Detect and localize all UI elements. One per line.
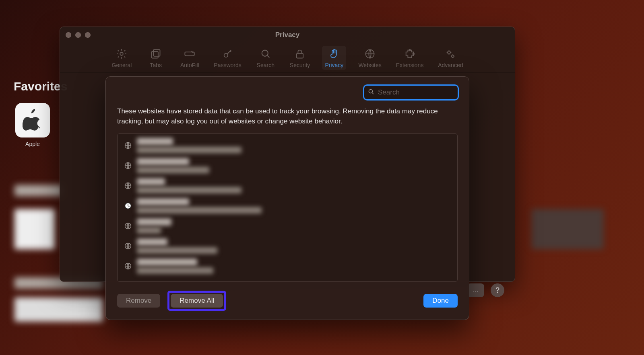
apple-logo-icon (23, 108, 43, 133)
dialog-button-row: Remove Remove All Done (117, 291, 458, 311)
svg-point-4 (224, 53, 227, 57)
lock-icon (294, 47, 305, 60)
svg-rect-1 (152, 51, 158, 58)
tab-passwords[interactable]: Passwords (211, 46, 244, 70)
svg-point-10 (448, 51, 450, 54)
svg-rect-6 (297, 53, 303, 58)
tab-label: Advanced (438, 62, 463, 68)
tab-label: Search (257, 62, 275, 68)
search-icon (260, 47, 271, 60)
list-item[interactable] (118, 135, 457, 156)
globe-icon (124, 182, 132, 190)
remove-all-highlight: Remove All (167, 291, 226, 311)
list-item[interactable] (118, 216, 457, 236)
traffic-lights (66, 32, 91, 38)
globe-icon (124, 262, 132, 270)
tab-autofill[interactable]: AutoFill (178, 46, 202, 70)
svg-point-12 (369, 89, 372, 93)
gears-icon (445, 47, 456, 60)
tab-tabs[interactable]: Tabs (144, 46, 168, 70)
maximize-icon[interactable] (85, 32, 91, 38)
search-field[interactable] (364, 86, 458, 99)
favorite-tile-apple[interactable]: Apple (15, 103, 50, 143)
favorite-tile-label: Apple (25, 141, 40, 147)
search-input[interactable] (377, 88, 464, 97)
globe-icon (124, 222, 132, 230)
tab-label: General (112, 62, 132, 68)
key-icon (222, 47, 233, 60)
underlying-pane-controls: ... ? (467, 283, 504, 297)
tab-label: AutoFill (180, 62, 199, 68)
help-button[interactable]: ? (491, 283, 504, 297)
tab-label: Privacy (325, 62, 343, 68)
tab-extensions[interactable]: Extensions (394, 46, 426, 70)
hand-icon (328, 47, 340, 60)
remove-all-button[interactable]: Remove All (171, 294, 223, 308)
dialog-description: These websites have stored data that can… (117, 107, 458, 126)
pen-icon (184, 47, 195, 60)
tab-websites[interactable]: Websites (356, 46, 384, 70)
tab-label: Websites (358, 62, 381, 68)
preferences-toolbar: General Tabs AutoFill Passwords Search S… (60, 43, 515, 73)
blurred-content (14, 298, 103, 322)
svg-point-11 (452, 55, 454, 57)
tabs-icon (150, 47, 161, 60)
window-title: Privacy (60, 31, 515, 39)
blurred-content (14, 185, 63, 196)
tab-label: Passwords (214, 62, 241, 68)
minimize-icon[interactable] (75, 32, 81, 38)
close-icon[interactable] (66, 32, 71, 38)
blurred-content (14, 209, 55, 249)
clock-icon (124, 202, 132, 210)
details-button[interactable]: ... (467, 283, 484, 297)
list-item[interactable] (118, 176, 457, 196)
done-button[interactable]: Done (423, 294, 458, 308)
titlebar: Privacy (60, 27, 515, 43)
list-item[interactable] (118, 236, 457, 256)
remove-button[interactable]: Remove (117, 294, 160, 308)
globe-icon (124, 242, 132, 250)
puzzle-icon (404, 47, 415, 60)
blurred-content (531, 209, 604, 249)
gear-icon (116, 47, 127, 60)
tab-security[interactable]: Security (287, 46, 313, 70)
tab-privacy[interactable]: Privacy (322, 46, 346, 70)
manage-website-data-dialog: These websites have stored data that can… (105, 76, 469, 320)
website-data-list[interactable] (117, 133, 458, 282)
tab-advanced[interactable]: Advanced (436, 46, 465, 70)
tab-label: Security (290, 62, 310, 68)
globe-icon (364, 47, 376, 60)
tab-label: Extensions (396, 62, 423, 68)
list-item[interactable] (118, 196, 457, 216)
tab-label: Tabs (150, 62, 162, 68)
svg-point-0 (120, 52, 123, 55)
tab-search[interactable]: Search (254, 46, 278, 70)
tab-general[interactable]: General (109, 46, 134, 70)
desktop: Favorites Apple Privacy General (0, 0, 644, 355)
search-icon (367, 88, 375, 97)
list-item[interactable] (118, 156, 457, 176)
globe-icon (124, 162, 132, 170)
list-item[interactable] (118, 256, 457, 276)
globe-icon (124, 142, 132, 150)
svg-rect-2 (153, 49, 160, 56)
